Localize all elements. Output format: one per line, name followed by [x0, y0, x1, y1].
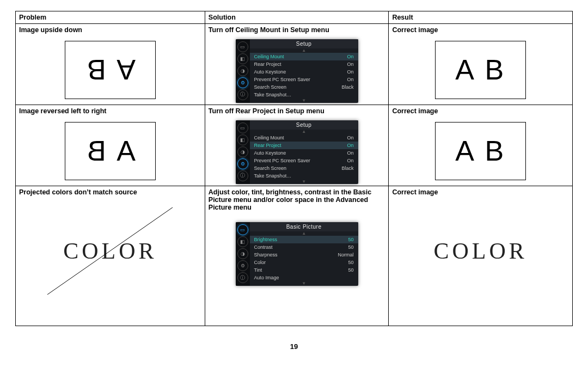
info-icon: ⓘ: [237, 272, 248, 283]
correct-image-icon: A B: [435, 122, 526, 180]
header-solution: Solution: [205, 11, 389, 24]
osd-row: Brightness50: [250, 236, 358, 243]
osd-row: Search ScreenBlack: [250, 164, 358, 172]
monitor-icon: ▭: [237, 224, 248, 235]
osd-row: Prevent PC Screen SaverOn: [250, 157, 358, 164]
problem-label: Projected colors don’t match source: [19, 188, 201, 196]
info-icon: ⓘ: [237, 89, 248, 100]
osd-row: Rear ProjectOn: [250, 142, 358, 149]
table-row: Image reversed left to right A B Turn of…: [16, 105, 573, 186]
problem-label: Image upside down: [19, 26, 201, 34]
correct-color-icon: COLOR: [407, 202, 554, 300]
solution-label: Turn off Ceiling Mount in Setup menu: [209, 26, 385, 34]
mirrored-image-icon: A B: [65, 122, 156, 180]
picture-icon: ◧: [237, 134, 248, 145]
advanced-icon: ◑: [237, 248, 248, 259]
troubleshooting-table: Problem Solution Result Image upside dow…: [15, 11, 573, 326]
osd-row: Auto Image: [250, 274, 358, 281]
osd-row: Ceiling MountOn: [250, 53, 358, 60]
osd-row: Prevent PC Screen SaverOn: [250, 76, 358, 83]
monitor-icon: ▭: [237, 41, 248, 52]
osd-row: Take Snapshot…: [250, 91, 358, 99]
picture-icon: ◧: [237, 236, 248, 247]
osd-row: Ceiling MountOn: [250, 134, 358, 142]
advanced-icon: ◑: [237, 146, 248, 157]
page-number: 19: [15, 342, 573, 351]
osd-side-icons: ▭ ◧ ◑ ⚙ ⓘ: [236, 120, 250, 184]
table-row: Projected colors don’t match source COLO…: [16, 186, 573, 326]
svg-line-0: [47, 207, 173, 295]
osd-row: Auto KeystoneOn: [250, 149, 358, 157]
header-problem: Problem: [16, 11, 205, 24]
osd-title: Setup: [250, 39, 358, 48]
osd-row: Color50: [250, 259, 358, 266]
osd-side-icons: ▭ ◧ ◑ ⚙ ⓘ: [236, 39, 250, 103]
result-label: Correct image: [392, 107, 569, 115]
gear-icon: ⚙: [237, 77, 248, 88]
header-result: Result: [389, 11, 573, 24]
info-icon: ⓘ: [237, 170, 248, 181]
wrong-color-icon: COLOR: [36, 202, 183, 300]
osd-row: SharpnessNormal: [250, 251, 358, 259]
result-label: Correct image: [392, 26, 569, 34]
setup-menu-screenshot: ▭ ◧ ◑ ⚙ ⓘ Setup ▲ Ceiling MountOn Rear P…: [236, 39, 358, 103]
osd-row: Take Snapshot…: [250, 172, 358, 180]
result-label: Correct image: [392, 188, 569, 196]
advanced-icon: ◑: [237, 65, 248, 76]
osd-side-icons: ▭ ◧ ◑ ⚙ ⓘ: [236, 222, 250, 286]
setup-menu-screenshot: ▭ ◧ ◑ ⚙ ⓘ Setup ▲ Ceiling MountOn Rear P…: [236, 120, 358, 184]
osd-row: Rear ProjectOn: [250, 60, 358, 68]
osd-row: Tint50: [250, 266, 358, 274]
solution-label: Turn off Rear Project in Setup menu: [209, 107, 385, 115]
upside-down-image-icon: A B: [65, 41, 156, 99]
picture-icon: ◧: [237, 53, 248, 64]
basic-picture-menu-screenshot: ▭ ◧ ◑ ⚙ ⓘ Basic Picture ▲ Brightness50 C…: [236, 222, 358, 286]
osd-title: Setup: [250, 120, 358, 130]
osd-row: Auto KeystoneOn: [250, 68, 358, 76]
gear-icon: ⚙: [237, 260, 248, 271]
osd-row: Contrast50: [250, 243, 358, 251]
monitor-icon: ▭: [237, 122, 248, 133]
problem-label: Image reversed left to right: [19, 107, 201, 115]
solution-label: Adjust color, tint, brightness, contrast…: [209, 188, 385, 211]
osd-title: Basic Picture: [250, 222, 358, 231]
table-row: Image upside down A B Turn off Ceiling M…: [16, 24, 573, 105]
correct-image-icon: A B: [435, 41, 526, 99]
osd-row: Search ScreenBlack: [250, 83, 358, 91]
gear-icon: ⚙: [237, 158, 248, 169]
